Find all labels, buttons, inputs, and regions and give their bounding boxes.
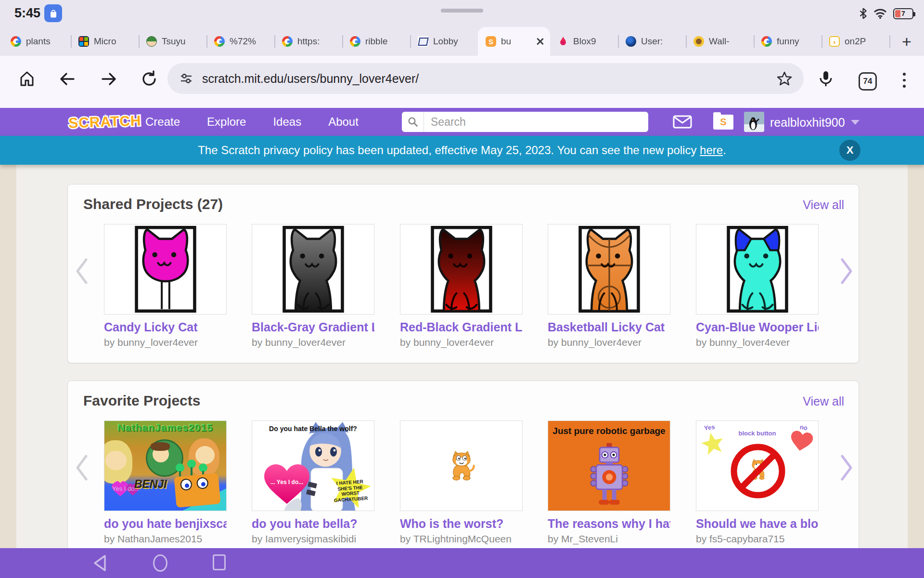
tab-on2p[interactable]: › on2P xyxy=(821,27,889,56)
nav-create[interactable]: Create xyxy=(145,115,180,129)
tab-switcher-button[interactable]: 74 xyxy=(859,72,877,91)
messages-icon[interactable] xyxy=(673,115,692,129)
thumb-text: no xyxy=(799,423,808,432)
nav-home-icon[interactable] xyxy=(153,554,167,572)
url-bar[interactable]: scratch.mit.edu/users/bunny_lover4ever/ xyxy=(167,63,804,94)
tab-plants[interactable]: plants xyxy=(3,27,71,56)
thumb-text: Yes I do... xyxy=(112,485,140,492)
microsoft-favicon xyxy=(78,36,89,47)
google-favicon xyxy=(350,36,360,47)
tab-close-icon[interactable] xyxy=(535,36,545,47)
carousel-left-arrow[interactable] xyxy=(74,453,90,482)
carousel-right-arrow[interactable] xyxy=(838,453,855,482)
browser-toolbar: scratch.mit.edu/users/bunny_lover4ever/ … xyxy=(0,56,924,108)
tab-micro[interactable]: Micro xyxy=(71,27,139,56)
sphere-favicon xyxy=(626,36,636,47)
profile-content: Shared Projects (27) View all xyxy=(16,165,908,578)
project-title[interactable]: The reasons why I hate... xyxy=(548,517,670,531)
thumbnail-red-black-gradient-cat[interactable] xyxy=(400,224,523,315)
heart-shape xyxy=(789,430,814,453)
status-bar: 5:45 7 xyxy=(0,0,924,27)
account-dropdown-caret-icon[interactable] xyxy=(851,120,860,125)
tab-bunny-active[interactable]: S bu xyxy=(478,27,550,56)
project-author: by bunny_lover4ever xyxy=(400,337,523,348)
tab-lobby[interactable]: Lobby xyxy=(410,27,478,56)
thumbnail-bella-anime-girl[interactable]: Do you hate Bella the wolf? ... Yes I do… xyxy=(252,420,374,511)
thumb-text: I HATE HER SHE'S THE WORST GACHATUBER xyxy=(329,478,372,503)
project-card: Cyan-Blue Wooper Lic... by bunny_lover4e… xyxy=(696,224,819,348)
nav-about[interactable]: About xyxy=(328,115,359,129)
url-text[interactable]: scratch.mit.edu/users/bunny_lover4ever/ xyxy=(202,72,419,86)
cartoon-box-character xyxy=(174,473,220,508)
project-author: by fs5-capybara715 xyxy=(696,533,819,545)
project-title[interactable]: Red-Black Gradient Lic... xyxy=(400,320,523,334)
shared-view-all-link[interactable]: View all xyxy=(803,198,844,212)
carousel-right-arrow[interactable] xyxy=(838,257,855,286)
project-author: by Iamverysigmaskibidi xyxy=(252,533,374,545)
project-author: by Mr_StevenLi xyxy=(548,533,670,545)
project-title[interactable]: do you hate benjixscarl... xyxy=(104,517,227,531)
project-title[interactable]: Cyan-Blue Wooper Lic... xyxy=(696,320,819,334)
tab-blox9[interactable]: Blox9 xyxy=(550,27,618,56)
project-title[interactable]: Black-Gray Gradient Li... xyxy=(252,320,374,334)
thumbnail-basketball-licky-cat[interactable] xyxy=(548,224,670,315)
tab-user[interactable]: User: xyxy=(618,27,686,56)
thumbnail-cyan-blue-wooper-cat[interactable] xyxy=(696,224,819,315)
thumb-text: NathanJames2015 xyxy=(104,422,226,434)
privacy-policy-link[interactable]: here xyxy=(700,144,723,157)
search-input[interactable] xyxy=(424,116,648,129)
shared-projects-section: Shared Projects (27) View all xyxy=(67,184,859,363)
user-avatar[interactable] xyxy=(744,112,764,132)
carousel-left-arrow[interactable] xyxy=(74,257,90,286)
tab-https[interactable]: https: xyxy=(274,27,342,56)
nav-explore[interactable]: Explore xyxy=(207,115,246,129)
banner-close-button[interactable]: X xyxy=(839,140,860,161)
thumbnail-benji-collage[interactable]: NathanJames2015 BENJI Yes I do... xyxy=(104,420,227,511)
thumbnail-black-gray-gradient-cat[interactable] xyxy=(252,224,374,315)
project-card: Basketball Licky Cat by bunny_lover4ever xyxy=(548,224,670,348)
new-tab-button[interactable]: + xyxy=(889,27,924,56)
tab-72[interactable]: %72% xyxy=(206,27,274,56)
favorite-projects-title: Favorite Projects xyxy=(83,393,200,409)
home-button[interactable] xyxy=(18,70,36,88)
reload-button[interactable] xyxy=(141,70,158,88)
browser-menu-button[interactable] xyxy=(903,73,906,90)
project-author: by NathanJames2015 xyxy=(104,533,227,545)
robot-icon xyxy=(583,442,636,508)
drag-handle[interactable] xyxy=(441,9,483,13)
thumbnail-block-button[interactable]: Yes block button no xyxy=(696,420,819,511)
tab-funny[interactable]: funny xyxy=(754,27,821,56)
scratch-logo[interactable]: SCRATCH xyxy=(66,111,143,132)
project-title[interactable]: Candy Licky Cat xyxy=(104,320,227,334)
forward-button[interactable] xyxy=(100,70,117,88)
project-title[interactable]: do you hate bella? xyxy=(252,517,374,531)
privacy-banner-text: The Scratch privacy policy has been upda… xyxy=(198,144,726,157)
project-title[interactable]: Basketball Licky Cat xyxy=(548,320,670,334)
username[interactable]: realbloxhit900 xyxy=(770,116,845,130)
project-title[interactable]: Who is the worst? xyxy=(400,517,523,531)
thumbnail-candy-licky-cat[interactable] xyxy=(104,224,227,315)
tab-wall[interactable]: Wall- xyxy=(686,27,754,56)
project-card: Who is the worst? by TRLightningMcQueen xyxy=(400,420,523,545)
site-settings-icon[interactable] xyxy=(180,72,192,85)
thumbnail-scratch-cat[interactable] xyxy=(400,420,523,511)
favorites-view-all-link[interactable]: View all xyxy=(803,394,844,408)
heart-shape: ... Yes I do... xyxy=(264,464,310,508)
arrow-box-favicon: › xyxy=(829,36,840,47)
search-icon xyxy=(402,112,424,132)
nav-recents-icon[interactable] xyxy=(213,554,226,570)
tab-tsuyu[interactable]: Tsuyu xyxy=(139,27,206,56)
svg-text:SCRATCH: SCRATCH xyxy=(68,112,141,131)
nav-back-icon[interactable] xyxy=(92,554,107,572)
tab-ribble[interactable]: ribble xyxy=(342,27,410,56)
project-title[interactable]: Should we have a block... xyxy=(696,517,819,531)
battery-icon: 7 xyxy=(893,8,913,19)
scratch-header: SCRATCH Create Explore Ideas About S xyxy=(0,108,924,136)
project-card: Yes block button no xyxy=(696,420,819,545)
my-stuff-icon[interactable]: S xyxy=(713,115,733,130)
back-button[interactable] xyxy=(59,70,76,88)
bookmark-star-icon[interactable] xyxy=(777,71,792,86)
voice-search-icon[interactable] xyxy=(818,70,834,88)
nav-ideas[interactable]: Ideas xyxy=(273,115,301,129)
thumbnail-robot[interactable]: Just pure robotic garbage xyxy=(548,420,670,511)
